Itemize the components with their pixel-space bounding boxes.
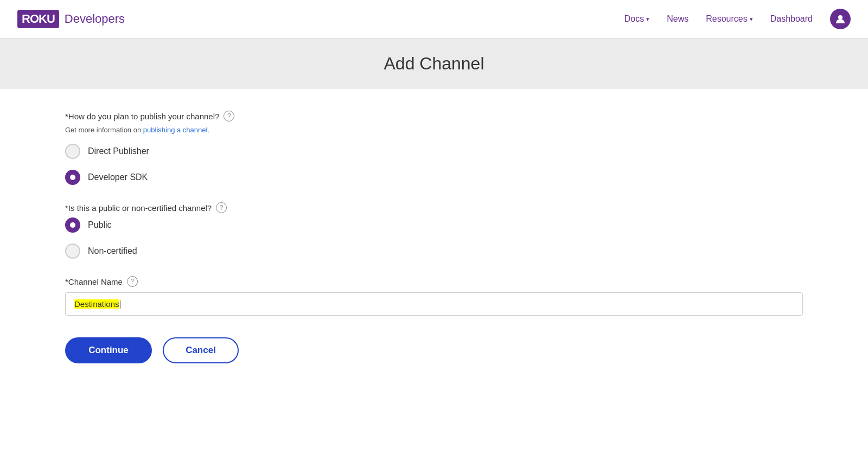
chevron-down-icon: ▾ <box>646 16 649 23</box>
continue-button[interactable]: Continue <box>65 337 152 363</box>
navbar-left: ROKU Developers <box>17 10 125 28</box>
publish-help-icon[interactable]: ? <box>224 111 234 121</box>
nav-news-label: News <box>667 14 688 24</box>
channel-type-section: *Is this a public or non-certified chann… <box>65 202 803 259</box>
nav-dashboard[interactable]: Dashboard <box>770 14 813 24</box>
svg-point-0 <box>838 15 843 20</box>
navbar-right: Docs ▾ News Resources ▾ Dashboard <box>624 9 851 29</box>
publish-question: *How do you plan to publish your channel… <box>65 111 803 121</box>
radio-circle-public <box>65 217 80 233</box>
channel-type-question: *Is this a public or non-certified chann… <box>65 202 803 213</box>
main-content: *How do you plan to publish your channel… <box>0 89 868 461</box>
navbar-brand: Developers <box>65 12 125 26</box>
radio-non-certified[interactable]: Non-certified <box>65 244 803 259</box>
publish-hint-text: Get more information on <box>65 126 141 134</box>
radio-circle-non-certified <box>65 244 80 259</box>
nav-docs-label: Docs <box>624 14 644 24</box>
channel-type-question-text: *Is this a public or non-certified chann… <box>65 203 212 213</box>
radio-label-public: Public <box>88 220 112 230</box>
avatar[interactable] <box>830 9 851 29</box>
button-row: Continue Cancel <box>65 337 803 363</box>
publish-hint: Get more information on publishing a cha… <box>65 126 803 134</box>
nav-resources[interactable]: Resources ▾ <box>706 14 752 24</box>
radio-developer-sdk[interactable]: Developer SDK <box>65 170 803 185</box>
publish-section: *How do you plan to publish your channel… <box>65 111 803 185</box>
nav-resources-label: Resources <box>706 14 747 24</box>
roku-logo-text: ROKU <box>22 12 55 25</box>
radio-label-non-certified: Non-certified <box>88 246 137 256</box>
nav-dashboard-label: Dashboard <box>770 14 813 24</box>
roku-logo-box: ROKU <box>17 10 59 28</box>
radio-label-developer-sdk: Developer SDK <box>88 172 148 182</box>
page-title: Add Channel <box>0 54 868 74</box>
page-header: Add Channel <box>0 39 868 89</box>
navbar: ROKU Developers Docs ▾ News Resources ▾ … <box>0 0 868 39</box>
cancel-button[interactable]: Cancel <box>163 337 239 363</box>
radio-circle-developer-sdk <box>65 170 80 185</box>
radio-label-direct-publisher: Direct Publisher <box>88 146 149 156</box>
channel-name-value: Destinations <box>74 299 119 309</box>
text-cursor <box>120 300 120 309</box>
channel-name-section: *Channel Name ? Destinations <box>65 276 803 316</box>
radio-public[interactable]: Public <box>65 217 803 233</box>
radio-circle-direct-publisher <box>65 144 80 159</box>
roku-logo[interactable]: ROKU Developers <box>17 10 125 28</box>
channel-name-input-wrapper[interactable]: Destinations <box>65 292 803 316</box>
publish-question-text: *How do you plan to publish your channel… <box>65 112 219 121</box>
channel-name-label-row: *Channel Name ? <box>65 276 803 287</box>
chevron-down-icon-resources: ▾ <box>750 16 753 23</box>
publishing-channel-link[interactable]: publishing a channel. <box>143 126 209 134</box>
channel-name-help-icon[interactable]: ? <box>127 276 138 287</box>
radio-direct-publisher[interactable]: Direct Publisher <box>65 144 803 159</box>
nav-news[interactable]: News <box>667 14 688 24</box>
channel-type-help-icon[interactable]: ? <box>216 202 227 213</box>
nav-docs[interactable]: Docs ▾ <box>624 14 649 24</box>
channel-name-label-text: *Channel Name <box>65 277 123 286</box>
